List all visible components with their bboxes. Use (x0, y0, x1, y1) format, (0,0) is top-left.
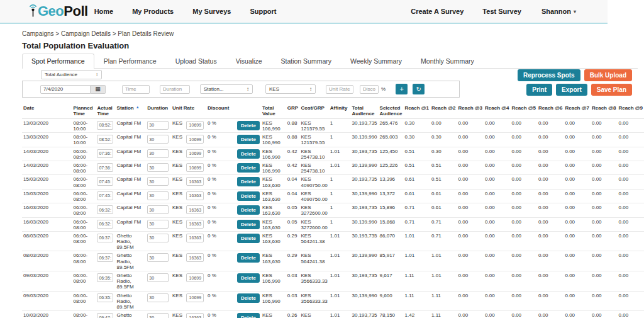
unit-rate-input[interactable] (186, 293, 204, 302)
tab-weekly-summary[interactable]: Weekly Summary (341, 54, 411, 69)
column-header-station[interactable]: Station▲ (116, 103, 147, 118)
actual-time-input[interactable] (97, 293, 113, 302)
delete-button[interactable]: Delete (237, 177, 260, 186)
cell-discount: 0 % (206, 147, 236, 161)
delete-button[interactable]: Delete (237, 313, 260, 318)
amount: 106,990 (262, 168, 280, 174)
user-menu[interactable]: Shannon ▾ (541, 8, 576, 15)
nav-item-test-survey[interactable]: Test Survey (482, 8, 521, 15)
actual-time-input[interactable] (97, 149, 113, 158)
tab-visualize[interactable]: Visualize (226, 54, 272, 69)
calendar-icon: ▦ (95, 86, 101, 92)
delete-button[interactable]: Delete (237, 191, 260, 201)
delete-button[interactable]: Delete (237, 220, 260, 229)
unit-rate-input[interactable] (186, 177, 204, 186)
cell-cost-grp: KES4090750.00 (300, 189, 329, 203)
cell-station: Ghetto Radio, 89.5FM (116, 231, 147, 251)
delete-button[interactable]: Delete (237, 163, 260, 173)
nav-item-my-surveys[interactable]: My Surveys (192, 8, 231, 15)
duration-filter-input[interactable] (160, 85, 190, 94)
duration-input[interactable] (147, 177, 169, 186)
currency-label: KES (301, 191, 311, 196)
tab-station-summary[interactable]: Station Summary (272, 54, 341, 69)
unit-rate-input[interactable] (186, 253, 204, 262)
cell-reach-5: 0.00 (511, 217, 537, 231)
add-spot-button[interactable]: + (396, 84, 408, 94)
actual-time-input[interactable] (97, 121, 113, 130)
duration-input[interactable] (147, 313, 169, 318)
station-select[interactable]: Station... ↕ (200, 84, 253, 94)
duration-input[interactable] (147, 191, 169, 200)
refresh-button[interactable]: ↻ (413, 84, 425, 94)
cell-total-value: KES163,630 (261, 203, 286, 217)
tab-upload-status[interactable]: Upload Status (166, 54, 226, 69)
actual-time-input[interactable] (97, 273, 113, 282)
cell-reach-1: 0.61 (404, 175, 430, 189)
actual-time-input[interactable] (97, 163, 113, 172)
duration-input[interactable] (147, 135, 169, 144)
actual-time-input[interactable] (97, 253, 113, 262)
unit-rate-input[interactable] (186, 163, 204, 172)
cell-actual-time (96, 217, 115, 231)
actual-time-input[interactable] (97, 205, 113, 214)
actual-time-input[interactable] (97, 177, 113, 186)
unit-rate-input[interactable] (186, 313, 204, 318)
unit-rate-input[interactable] (186, 135, 204, 144)
cell-reach-2: 0.61 (430, 189, 457, 203)
delete-button[interactable]: Delete (237, 135, 260, 144)
actual-time-input[interactable] (97, 191, 113, 200)
unit-rate-input[interactable] (186, 191, 204, 200)
duration-input[interactable] (147, 293, 169, 302)
audience-select[interactable]: Total Audience ↕ (41, 70, 102, 79)
reprocess-spots-button[interactable]: Reprocess Spots (518, 69, 580, 81)
bulk-upload-button[interactable]: Bulk Upload (584, 69, 632, 81)
currency-label: KES (262, 233, 272, 239)
geopoll-logo[interactable]: GeoPoll (28, 3, 88, 20)
delete-button[interactable]: Delete (237, 149, 260, 159)
nav-item-support[interactable]: Support (250, 8, 276, 15)
delete-button[interactable]: Delete (237, 121, 260, 130)
tab-spot-performance[interactable]: Spot Performance (22, 54, 94, 69)
delete-button[interactable]: Delete (237, 253, 260, 263)
nav-item-create-a-survey[interactable]: Create A Survey (411, 8, 464, 15)
actual-time-input[interactable] (97, 234, 113, 242)
duration-input[interactable] (147, 234, 169, 242)
breadcrumb[interactable]: Campaigns > Campaign Details > Plan Deta… (22, 30, 644, 37)
actual-time-input[interactable] (97, 220, 113, 229)
discount-filter-input[interactable] (360, 85, 379, 94)
actual-time-input[interactable] (97, 313, 113, 318)
delete-button[interactable]: Delete (237, 273, 260, 283)
duration-input[interactable] (147, 205, 169, 214)
duration-input[interactable] (147, 253, 169, 262)
unit-rate-input[interactable] (186, 149, 204, 158)
unit-rate-input[interactable] (186, 273, 204, 282)
actual-time-input[interactable] (97, 135, 113, 144)
tab-monthly-summary[interactable]: Monthly Summary (411, 54, 484, 69)
save-plan-button[interactable]: Save Plan (591, 84, 632, 96)
date-input[interactable] (40, 85, 91, 94)
cell-total-audience: 30,139,990 (351, 161, 379, 175)
currency-label: KES (301, 120, 311, 126)
nav-item-my-products[interactable]: My Products (132, 8, 174, 15)
calendar-button[interactable]: ▦ (91, 85, 106, 94)
unit-rate-input[interactable] (186, 220, 204, 229)
export-button[interactable]: Export (556, 84, 587, 96)
tab-plan-performance[interactable]: Plan Performance (94, 54, 166, 69)
unit-rate-filter-input[interactable] (326, 85, 353, 94)
unit-rate-input[interactable] (186, 234, 204, 242)
currency-select[interactable]: KES ↕ (265, 84, 316, 94)
duration-input[interactable] (147, 220, 169, 229)
unit-rate-input[interactable] (186, 205, 204, 214)
delete-button[interactable]: Delete (237, 234, 260, 243)
cell-reach-9: 0.00 (618, 291, 644, 311)
nav-item-home[interactable]: Home (94, 8, 114, 15)
duration-input[interactable] (147, 121, 169, 130)
unit-rate-input[interactable] (186, 121, 204, 130)
print-button[interactable]: Print (526, 84, 552, 96)
delete-button[interactable]: Delete (237, 293, 260, 303)
duration-input[interactable] (147, 163, 169, 172)
duration-input[interactable] (147, 273, 169, 282)
duration-input[interactable] (147, 149, 169, 158)
delete-button[interactable]: Delete (237, 205, 260, 215)
time-input[interactable] (122, 85, 150, 94)
